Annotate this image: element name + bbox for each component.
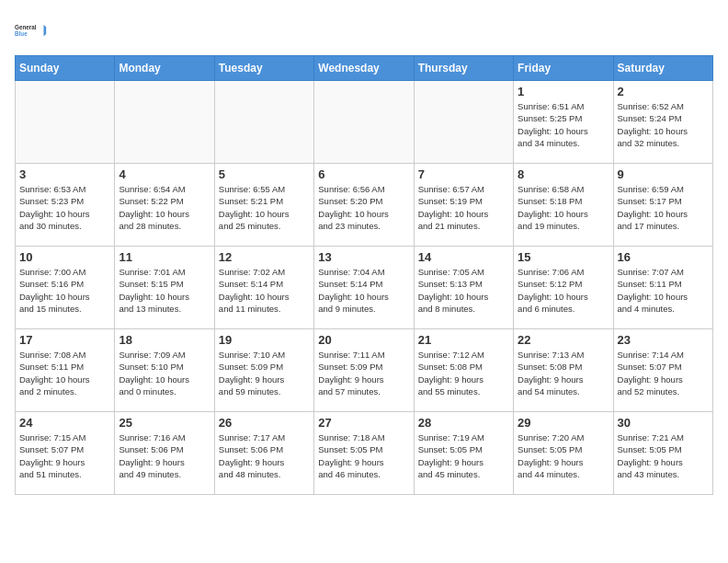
weekday-row: SundayMondayTuesdayWednesdayThursdayFrid… <box>16 56 713 81</box>
day-number: 5 <box>219 167 310 181</box>
svg-marker-2 <box>44 25 49 37</box>
day-number: 3 <box>19 167 110 181</box>
day-info: Sunrise: 7:20 AM Sunset: 5:05 PM Dayligh… <box>518 431 609 480</box>
weekday-header-friday: Friday <box>514 56 613 81</box>
day-number: 21 <box>418 333 509 347</box>
day-info: Sunrise: 7:21 AM Sunset: 5:05 PM Dayligh… <box>618 431 709 480</box>
day-info: Sunrise: 7:15 AM Sunset: 5:07 PM Dayligh… <box>19 431 110 480</box>
svg-text:General: General <box>15 24 37 30</box>
day-info: Sunrise: 6:52 AM Sunset: 5:24 PM Dayligh… <box>618 100 709 149</box>
day-info: Sunrise: 6:58 AM Sunset: 5:18 PM Dayligh… <box>518 183 609 232</box>
calendar-cell: 26Sunrise: 7:17 AM Sunset: 5:06 PM Dayli… <box>214 412 313 495</box>
day-number: 23 <box>618 333 709 347</box>
calendar-cell <box>115 81 214 164</box>
day-info: Sunrise: 6:59 AM Sunset: 5:17 PM Dayligh… <box>618 183 709 232</box>
calendar-cell: 6Sunrise: 6:56 AM Sunset: 5:20 PM Daylig… <box>314 164 414 247</box>
day-number: 4 <box>119 167 210 181</box>
week-row-4: 17Sunrise: 7:08 AM Sunset: 5:11 PM Dayli… <box>16 329 713 412</box>
day-number: 26 <box>219 416 310 430</box>
day-info: Sunrise: 7:08 AM Sunset: 5:11 PM Dayligh… <box>19 349 110 397</box>
day-number: 17 <box>19 333 110 347</box>
day-number: 18 <box>119 333 210 347</box>
day-info: Sunrise: 7:05 AM Sunset: 5:13 PM Dayligh… <box>418 266 509 315</box>
logo-icon: General Blue <box>15 15 48 48</box>
day-info: Sunrise: 7:00 AM Sunset: 5:16 PM Dayligh… <box>19 266 110 315</box>
calendar-cell: 28Sunrise: 7:19 AM Sunset: 5:05 PM Dayli… <box>414 412 513 495</box>
calendar-cell: 18Sunrise: 7:09 AM Sunset: 5:10 PM Dayli… <box>115 329 214 412</box>
weekday-header-wednesday: Wednesday <box>314 56 414 81</box>
calendar-cell <box>414 81 513 164</box>
day-info: Sunrise: 7:10 AM Sunset: 5:09 PM Dayligh… <box>219 349 310 397</box>
calendar-cell: 3Sunrise: 6:53 AM Sunset: 5:23 PM Daylig… <box>16 164 115 247</box>
weekday-header-tuesday: Tuesday <box>214 56 313 81</box>
day-number: 28 <box>418 416 509 430</box>
calendar-cell: 4Sunrise: 6:54 AM Sunset: 5:22 PM Daylig… <box>115 164 214 247</box>
day-info: Sunrise: 6:55 AM Sunset: 5:21 PM Dayligh… <box>219 183 310 232</box>
week-row-3: 10Sunrise: 7:00 AM Sunset: 5:16 PM Dayli… <box>16 247 713 329</box>
calendar-cell: 25Sunrise: 7:16 AM Sunset: 5:06 PM Dayli… <box>115 412 214 495</box>
calendar-cell: 15Sunrise: 7:06 AM Sunset: 5:12 PM Dayli… <box>514 247 613 329</box>
day-info: Sunrise: 7:14 AM Sunset: 5:07 PM Dayligh… <box>618 349 709 397</box>
calendar-cell: 22Sunrise: 7:13 AM Sunset: 5:08 PM Dayli… <box>514 329 613 412</box>
week-row-5: 24Sunrise: 7:15 AM Sunset: 5:07 PM Dayli… <box>16 412 713 495</box>
day-number: 22 <box>518 333 609 347</box>
day-number: 30 <box>618 416 709 430</box>
calendar-cell: 10Sunrise: 7:00 AM Sunset: 5:16 PM Dayli… <box>16 247 115 329</box>
calendar-header: SundayMondayTuesdayWednesdayThursdayFrid… <box>16 56 713 81</box>
day-info: Sunrise: 7:11 AM Sunset: 5:09 PM Dayligh… <box>318 349 409 397</box>
day-number: 8 <box>518 167 609 181</box>
calendar-cell: 21Sunrise: 7:12 AM Sunset: 5:08 PM Dayli… <box>414 329 513 412</box>
calendar-cell: 9Sunrise: 6:59 AM Sunset: 5:17 PM Daylig… <box>613 164 712 247</box>
day-info: Sunrise: 6:54 AM Sunset: 5:22 PM Dayligh… <box>119 183 210 232</box>
week-row-2: 3Sunrise: 6:53 AM Sunset: 5:23 PM Daylig… <box>16 164 713 247</box>
day-info: Sunrise: 7:04 AM Sunset: 5:14 PM Dayligh… <box>318 266 409 315</box>
weekday-header-monday: Monday <box>115 56 214 81</box>
calendar-cell <box>16 81 115 164</box>
day-info: Sunrise: 7:12 AM Sunset: 5:08 PM Dayligh… <box>418 349 509 397</box>
day-info: Sunrise: 7:07 AM Sunset: 5:11 PM Dayligh… <box>618 266 709 315</box>
day-number: 9 <box>618 167 709 181</box>
day-number: 10 <box>19 250 110 264</box>
calendar-cell: 24Sunrise: 7:15 AM Sunset: 5:07 PM Dayli… <box>16 412 115 495</box>
calendar-cell: 29Sunrise: 7:20 AM Sunset: 5:05 PM Dayli… <box>514 412 613 495</box>
day-number: 27 <box>318 416 409 430</box>
day-info: Sunrise: 7:02 AM Sunset: 5:14 PM Dayligh… <box>219 266 310 315</box>
logo: General Blue <box>15 15 48 48</box>
calendar-cell: 5Sunrise: 6:55 AM Sunset: 5:21 PM Daylig… <box>214 164 313 247</box>
calendar-cell: 19Sunrise: 7:10 AM Sunset: 5:09 PM Dayli… <box>214 329 313 412</box>
day-number: 2 <box>618 85 709 98</box>
calendar-cell: 23Sunrise: 7:14 AM Sunset: 5:07 PM Dayli… <box>613 329 712 412</box>
calendar-cell: 16Sunrise: 7:07 AM Sunset: 5:11 PM Dayli… <box>613 247 712 329</box>
calendar-cell: 14Sunrise: 7:05 AM Sunset: 5:13 PM Dayli… <box>414 247 513 329</box>
day-number: 19 <box>219 333 310 347</box>
day-number: 14 <box>418 250 509 264</box>
day-info: Sunrise: 7:19 AM Sunset: 5:05 PM Dayligh… <box>418 431 509 480</box>
day-info: Sunrise: 7:06 AM Sunset: 5:12 PM Dayligh… <box>518 266 609 315</box>
page-header: General Blue <box>15 15 713 48</box>
calendar-cell: 27Sunrise: 7:18 AM Sunset: 5:05 PM Dayli… <box>314 412 414 495</box>
day-number: 24 <box>19 416 110 430</box>
day-number: 16 <box>618 250 709 264</box>
day-info: Sunrise: 6:51 AM Sunset: 5:25 PM Dayligh… <box>518 100 609 149</box>
day-info: Sunrise: 7:17 AM Sunset: 5:06 PM Dayligh… <box>219 431 310 480</box>
day-number: 13 <box>318 250 409 264</box>
weekday-header-thursday: Thursday <box>414 56 513 81</box>
calendar-cell: 7Sunrise: 6:57 AM Sunset: 5:19 PM Daylig… <box>414 164 513 247</box>
day-info: Sunrise: 7:16 AM Sunset: 5:06 PM Dayligh… <box>119 431 210 480</box>
day-number: 20 <box>318 333 409 347</box>
calendar-table: SundayMondayTuesdayWednesdayThursdayFrid… <box>15 55 713 495</box>
day-number: 29 <box>518 416 609 430</box>
calendar-cell: 1Sunrise: 6:51 AM Sunset: 5:25 PM Daylig… <box>514 81 613 164</box>
calendar-cell <box>214 81 313 164</box>
day-number: 25 <box>119 416 210 430</box>
calendar-cell: 2Sunrise: 6:52 AM Sunset: 5:24 PM Daylig… <box>613 81 712 164</box>
weekday-header-sunday: Sunday <box>16 56 115 81</box>
day-info: Sunrise: 6:56 AM Sunset: 5:20 PM Dayligh… <box>318 183 409 232</box>
calendar-cell: 12Sunrise: 7:02 AM Sunset: 5:14 PM Dayli… <box>214 247 313 329</box>
day-info: Sunrise: 7:09 AM Sunset: 5:10 PM Dayligh… <box>119 349 210 397</box>
day-info: Sunrise: 7:18 AM Sunset: 5:05 PM Dayligh… <box>318 431 409 480</box>
day-number: 7 <box>418 167 509 181</box>
weekday-header-saturday: Saturday <box>613 56 712 81</box>
day-info: Sunrise: 6:57 AM Sunset: 5:19 PM Dayligh… <box>418 183 509 232</box>
calendar-cell <box>314 81 414 164</box>
